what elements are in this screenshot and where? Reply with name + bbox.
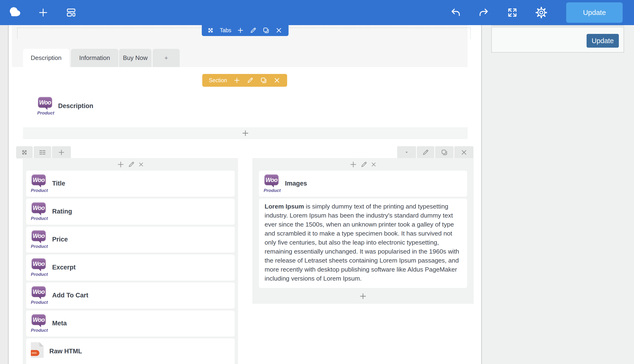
section-options-dropdown[interactable] (397, 146, 416, 158)
widget-card-add-to-cart[interactable]: WooProduct Add To Cart (26, 282, 235, 308)
section-delete-button[interactable] (273, 77, 281, 84)
column-delete-button[interactable] (371, 162, 377, 168)
close-icon (273, 77, 281, 84)
undo-icon (450, 7, 461, 18)
widget-label: Add To Cart (52, 292, 88, 308)
widget-card-images[interactable]: WooProduct Images (259, 170, 467, 197)
column-delete-button[interactable] (138, 162, 144, 168)
builder-header-bar: Update (0, 0, 634, 25)
tab-add-new[interactable]: + (153, 49, 180, 67)
woo-product-badge: WooProduct (31, 174, 47, 197)
woo-product-badge: WooProduct (31, 314, 47, 336)
section-move-button[interactable] (16, 146, 33, 158)
section-edit-button-gray[interactable] (417, 146, 434, 158)
template-layout-button[interactable] (66, 7, 77, 18)
plus-icon (237, 27, 244, 34)
widget-card-text-editor[interactable]: Lorem Ipsum is simply dummy text of the … (259, 198, 467, 288)
woo-product-sub-label: Product (37, 110, 53, 116)
publish-panel: Update (491, 27, 624, 52)
tabs-duplicate-button[interactable] (262, 27, 270, 34)
tabs-toolbar-label: Tabs (220, 27, 231, 34)
panel-divider (491, 25, 624, 26)
lorem-lead: Lorem Ipsum (265, 203, 304, 210)
add-element-strip[interactable] (23, 127, 467, 139)
woo-product-badge: WooProduct (31, 286, 47, 308)
widget-card-title[interactable]: WooProduct Title (26, 170, 235, 197)
column-add-button[interactable] (117, 160, 125, 168)
widget-label: Excerpt (52, 264, 76, 280)
woo-logo-icon: Woo (32, 174, 46, 185)
settings-button[interactable] (535, 7, 547, 18)
columns-list-icon (39, 148, 46, 156)
duplicate-icon (262, 27, 270, 34)
woo-logo-icon: Woo (32, 202, 46, 213)
pencil-icon (247, 77, 254, 84)
widget-card-raw-html[interactable]: Raw HTML (26, 338, 235, 364)
redo-icon (478, 7, 489, 18)
orange-tag (29, 350, 39, 356)
woo-product-sub-label: Product (31, 216, 47, 221)
description-widget[interactable]: Woo Product Description (37, 97, 94, 116)
right-column: WooProduct Images Lorem Ipsum is simply … (252, 158, 474, 304)
section-toolbar-label: Section (209, 77, 227, 84)
pencil-icon (422, 149, 429, 156)
page-fold (39, 342, 44, 346)
plus-icon (359, 292, 367, 300)
widget-label: Price (52, 236, 68, 252)
app-logo-cloud-icon[interactable] (8, 6, 22, 20)
section-add-button-gray[interactable] (52, 146, 71, 158)
tabs-delete-button[interactable] (275, 27, 282, 34)
cloud-icon (8, 6, 22, 20)
plus-icon (349, 160, 357, 168)
column-add-widget-button[interactable] (252, 292, 474, 300)
widget-card-price[interactable]: WooProduct Price (26, 226, 235, 252)
woo-logo-icon: Woo (32, 258, 46, 269)
pencil-icon (360, 161, 367, 168)
woo-product-sub-label: Product (31, 272, 47, 277)
section-structure-button[interactable] (34, 146, 51, 158)
sidebar-update-button[interactable]: Update (586, 34, 619, 48)
duplicate-icon (260, 77, 267, 84)
widget-card-rating[interactable]: WooProduct Rating (26, 198, 235, 225)
tab-description[interactable]: Description (23, 49, 69, 67)
header-update-button[interactable]: Update (566, 2, 622, 23)
woo-product-badge: WooProduct (31, 202, 47, 225)
section-duplicate-button-gray[interactable] (435, 146, 454, 158)
woo-product-badge: Woo Product (37, 97, 53, 116)
widget-label: Meta (52, 320, 67, 336)
pencil-icon (250, 27, 257, 34)
fullscreen-button[interactable] (507, 7, 518, 18)
widget-card-excerpt[interactable]: WooProduct Excerpt (26, 254, 235, 280)
column-edit-button[interactable] (360, 161, 367, 168)
plus-icon (241, 129, 249, 137)
tabs-add-button[interactable] (237, 27, 244, 34)
tab-buy-now[interactable]: Buy Now (119, 49, 152, 67)
add-element-button[interactable] (38, 7, 49, 18)
widget-label: Raw HTML (49, 348, 82, 364)
move-handle[interactable] (207, 27, 214, 34)
undo-button[interactable] (450, 7, 461, 18)
widget-card-meta[interactable]: WooProduct Meta (26, 310, 235, 336)
woo-product-badge: WooProduct (264, 174, 279, 197)
tabs-edit-button[interactable] (250, 27, 257, 34)
woo-logo-icon: Woo (32, 314, 46, 325)
close-icon (138, 162, 144, 168)
widget-label: Title (52, 180, 65, 197)
column-add-button[interactable] (349, 160, 357, 168)
layout-icon (66, 7, 77, 18)
section-edit-button[interactable] (247, 77, 254, 84)
woo-product-sub-label: Product (31, 300, 47, 305)
editor-canvas: Tabs Description Information Buy Now + (9, 25, 481, 364)
section-delete-button-gray[interactable] (454, 146, 473, 158)
widget-label: Images (285, 180, 307, 197)
widget-label: Rating (52, 208, 72, 225)
section-add-button[interactable] (233, 77, 240, 84)
gear-icon (535, 7, 547, 18)
fullscreen-expand-icon (507, 7, 518, 18)
move-icon (207, 27, 214, 34)
tab-information[interactable]: Information (71, 49, 118, 67)
woo-product-badge: WooProduct (31, 230, 47, 252)
section-duplicate-button[interactable] (260, 77, 267, 84)
column-edit-button[interactable] (128, 161, 135, 168)
redo-button[interactable] (478, 7, 489, 18)
